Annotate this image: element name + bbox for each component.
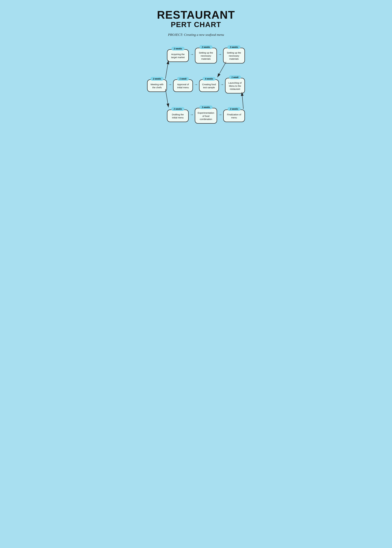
node-setup-materials-2: 3 weeks Setting up the necessary materia… [223,44,245,64]
project-label: PROJECT: Creating a new seafood menu [147,33,245,37]
page: RESTAURANT PERT CHART PROJECT: Creating … [141,0,251,154]
rows-wrapper: 2 weeks Acquiring the target market → 2 … [147,44,245,124]
badge-n2: 2 weeks [199,45,212,49]
row-1: 2 weeks Acquiring the target market → 2 … [147,44,245,64]
page-title-main: RESTAURANT [147,9,245,21]
box-n4: Meeting with the chefs [147,79,167,92]
arrow-n6-n7: → [219,81,225,87]
badge-n10: 2 weeks [227,107,241,111]
arrow-n9-n10: → [217,111,223,117]
node-acquiring-target-market: 2 weeks Acquiring the target market [167,46,189,62]
box-n8: Drafting the initial menu [167,110,189,122]
box-n10: Finalization of menu [223,110,245,122]
box-n2: Setting up the necessary materials [195,48,217,64]
arrow-n2-n3: → [217,51,223,57]
arrow-n8-n9: → [189,111,195,117]
box-n7: Launching of Menu to the restaurant [225,78,245,94]
row-3: 2 weeks Drafting the initial menu → 3 we… [147,104,245,124]
arrow-n4-n5: → [167,81,173,87]
node-drafting-initial-menu: 2 weeks Drafting the initial menu [167,106,189,122]
badge-n6: 4 weeks [203,77,216,81]
node-approval-initial-menu: 1 week Approval of initial menu [173,76,193,92]
node-creating-food-test: 4 weeks Creating food test sample [199,76,219,92]
arrow-n1-n2: → [189,51,195,57]
page-title-sub: PERT CHART [147,21,245,28]
box-n3: Setting up the necessary materials [223,48,245,64]
badge-n9: 3 weeks [199,105,212,109]
box-n9: Experimentation of food combination [195,108,217,124]
badge-n1: 2 weeks [171,47,184,50]
row-2: 2 weeks Meeting with the chefs → 1 week … [147,74,245,94]
badge-n3: 3 weeks [227,45,240,49]
badge-n8: 2 weeks [171,107,184,111]
node-meeting-chefs: 2 weeks Meeting with the chefs [147,76,167,92]
node-finalization-menu: 2 weeks Finalization of menu [223,106,245,122]
box-n5: Approval of initial menu [173,79,193,92]
box-n1: Acquiring the target market [167,49,189,62]
arrow-n5-n6: → [193,81,199,87]
node-launching-menu: 1 week Launching of Menu to the restaura… [225,74,245,94]
box-n6: Creating food test sample [199,79,219,92]
badge-n7: 1 week [229,75,241,79]
badge-n5: 1 week [177,77,189,81]
node-setup-materials-1: 2 weeks Setting up the necessary materia… [195,44,217,64]
node-experimentation-food: 3 weeks Experimentation of food combinat… [195,104,217,124]
title-section: RESTAURANT PERT CHART [147,9,245,28]
pert-chart: 2 weeks Acquiring the target market → 2 … [147,44,245,124]
badge-n4: 2 weeks [150,77,164,81]
